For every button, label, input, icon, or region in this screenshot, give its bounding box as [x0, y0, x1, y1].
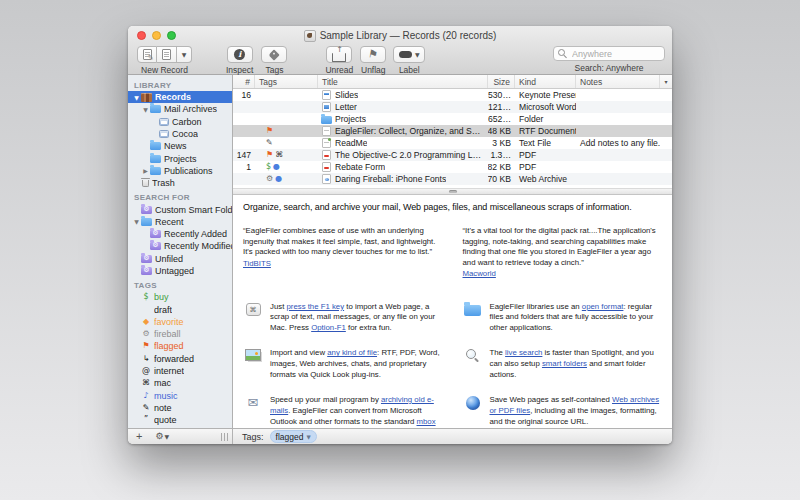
sidebar-item-trash[interactable]: Trash — [128, 177, 232, 189]
quotes-section: “EagleFiler combines ease of use with an… — [243, 226, 662, 280]
chevron-down-icon: ▼ — [182, 51, 187, 58]
table-row-rebate-form[interactable]: 1$●Rebate Form82 KBPDF — [233, 161, 672, 173]
sidebar-item-note[interactable]: ✎note — [128, 402, 232, 414]
unflag-label: Unflag — [361, 65, 386, 75]
sidebar-item-cocoa[interactable]: Cocoa — [128, 128, 232, 140]
search-input[interactable] — [570, 48, 654, 60]
table-row-slides[interactable]: 16Slides530…Keynote Presen… — [233, 89, 672, 101]
disclosure-triangle[interactable]: ▶ — [141, 167, 150, 174]
sidebar-item-music[interactable]: ♪music — [128, 390, 232, 402]
sidebar-item-label: music — [154, 391, 178, 401]
doc-link-mbox-format[interactable]: mbox format — [270, 417, 436, 428]
sidebar-item-label: Recently Added — [164, 229, 227, 239]
folder-icon — [141, 218, 152, 226]
table-row-projects[interactable]: Projects652…Folder — [233, 113, 672, 125]
feature-text: Speed up your mail program by archiving … — [270, 395, 443, 428]
doc-link-web-archives-or-pdf-files[interactable]: Web archives or PDF files — [490, 395, 660, 415]
doc-link-option-f1[interactable]: Option-F1 — [311, 323, 346, 332]
sidebar-section-title-library: LIBRARY — [128, 77, 232, 91]
splitter-grip-icon[interactable] — [221, 433, 229, 441]
mark-unread-icon — [332, 53, 346, 62]
pane-splitter[interactable] — [233, 188, 672, 195]
sidebar-item-draft[interactable]: draft — [128, 303, 232, 315]
pencil-tag-icon: ✎ — [266, 139, 273, 147]
info-icon: i — [234, 49, 245, 60]
sidebar-item-recently-modified[interactable]: Recently Modified — [128, 240, 232, 252]
label-button[interactable]: ▼ — [393, 46, 425, 63]
cell-size: 530… — [488, 90, 515, 100]
unread-button[interactable] — [326, 46, 352, 63]
sidebar-item-custom-smart-folder[interactable]: Custom Smart Folder — [128, 203, 232, 215]
cell-num: 16 — [233, 90, 255, 100]
titlebar[interactable]: Sample Library — Records (20 records) — [128, 26, 672, 45]
table-row-the-objective-c-2-0-programmin[interactable]: 147⚑⌘The Objective-C 2.0 Programming Lan… — [233, 149, 672, 161]
action-menu-button[interactable]: ⚙ ▼ — [155, 432, 169, 441]
column-header-tags[interactable]: Tags — [255, 75, 318, 88]
folder-icon — [150, 167, 161, 175]
sidebar-item-flagged[interactable]: ⚑flagged — [128, 340, 232, 352]
minimize-button[interactable] — [152, 31, 161, 40]
sidebar-item-carbon[interactable]: Carbon — [128, 116, 232, 128]
window-title-text: Sample Library — Records (20 records) — [320, 30, 497, 41]
cell-size: 1.3… — [488, 150, 515, 160]
sidebar-item-favorite[interactable]: ◆favorite — [128, 316, 232, 328]
tags-label: Tags — [265, 65, 283, 75]
sidebar-item-buy[interactable]: $buy — [128, 291, 232, 303]
table-row-readme[interactable]: ✎ReadMe3 KBText FileAdd notes to any fil… — [233, 137, 672, 149]
doc-link-live-search[interactable]: live search — [505, 348, 542, 357]
sidebar-item-quote[interactable]: ”quote — [128, 414, 232, 426]
cell-size: 3 KB — [488, 138, 515, 148]
sidebar-item-internet[interactable]: @internet — [128, 365, 232, 377]
doc-link-smart-folders[interactable]: smart folders — [542, 359, 587, 368]
cell-kind: Web Archive — [515, 174, 576, 184]
sidebar-item-projects[interactable]: Projects — [128, 152, 232, 164]
quote-source-link-macworld[interactable]: Macworld — [463, 269, 663, 280]
doc-link-open-format[interactable]: open format — [582, 302, 624, 311]
disclosure-triangle[interactable]: ▼ — [141, 106, 150, 113]
sidebar-item-recent[interactable]: ▼Recent — [128, 216, 232, 228]
f1-key-icon: ⌘ — [246, 303, 261, 316]
column-header-num[interactable]: # — [233, 75, 255, 88]
add-button[interactable]: + — [136, 431, 142, 442]
sidebar-item-forwarded[interactable]: ↳forwarded — [128, 353, 232, 365]
column-options-button[interactable]: ▾ — [660, 75, 672, 88]
globe-icon — [466, 396, 480, 410]
unflag-button[interactable]: ⚑ — [360, 46, 386, 63]
inspect-button[interactable]: i — [227, 46, 253, 63]
tags-bar: Tags: flagged ▼ — [233, 429, 672, 444]
doc-link-press-the-f1-key[interactable]: press the F1 key — [286, 302, 344, 311]
sidebar-item-mac[interactable]: ⌘mac — [128, 377, 232, 389]
sidebar-item-recently-added[interactable]: Recently Added — [128, 228, 232, 240]
chevron-down-icon: ▼ — [306, 434, 310, 440]
disclosure-triangle[interactable]: ▼ — [132, 94, 141, 101]
table-row-daring-fireball-iphone-fonts[interactable]: ⚙●Daring Fireball: iPhone Fonts70 KBWeb … — [233, 173, 672, 185]
column-header-size[interactable]: Size — [488, 75, 515, 88]
tags-button[interactable] — [261, 46, 287, 63]
column-header-title[interactable]: Title — [318, 75, 488, 88]
doc-link-archiving-old-e-mails[interactable]: archiving old e-mails — [270, 395, 434, 415]
new-rich-text-button[interactable] — [137, 46, 157, 63]
disclosure-triangle[interactable]: ▼ — [132, 218, 141, 225]
table-row-eaglefiler-collect-organize-an[interactable]: ⚑EagleFiler: Collect, Organize, and Sear… — [233, 125, 672, 137]
sidebar-item-news[interactable]: News — [128, 140, 232, 152]
close-button[interactable] — [137, 31, 146, 40]
new-record-menu-button[interactable]: ▼ — [177, 46, 192, 63]
zoom-button[interactable] — [167, 31, 176, 40]
tags-group: Tags — [261, 46, 287, 75]
sidebar-item-unfiled[interactable]: Unfiled — [128, 253, 232, 265]
sidebar-item-mail-archives[interactable]: ▼Mail Archives — [128, 103, 232, 115]
sidebar-item-fireball[interactable]: ⚙fireball — [128, 328, 232, 340]
sidebar-item-records[interactable]: ▼Records — [128, 91, 232, 103]
doc-link-any-kind-of-file[interactable]: any kind of file — [327, 348, 377, 357]
tag-glyph-icon-quote: ” — [141, 415, 151, 425]
column-header-kind[interactable]: Kind — [515, 75, 576, 88]
search-field[interactable] — [553, 46, 665, 61]
quote-source-link-tidbits[interactable]: TidBITS — [243, 259, 443, 270]
sidebar-item-publications[interactable]: ▶Publications — [128, 165, 232, 177]
table-row-letter[interactable]: Letter121…Microsoft Word… — [233, 101, 672, 113]
splitter-grip-icon — [449, 190, 457, 193]
column-header-notes[interactable]: Notes — [576, 75, 660, 88]
tag-token-flagged[interactable]: flagged ▼ — [270, 430, 317, 443]
new-plain-text-button[interactable] — [157, 46, 177, 63]
sidebar-item-untagged[interactable]: Untagged — [128, 265, 232, 277]
